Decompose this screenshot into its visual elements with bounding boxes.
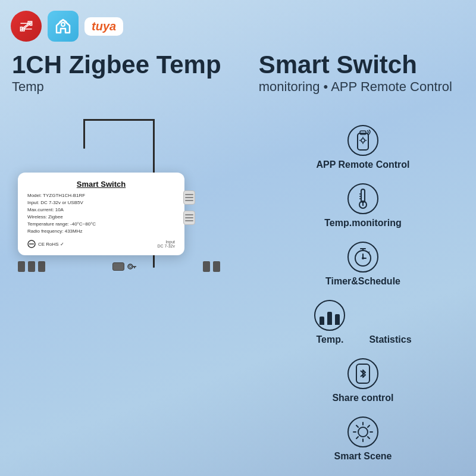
device-wireless: Wireless: Zigbee — [27, 214, 175, 221]
bar-1 — [320, 317, 324, 325]
logo-bar: tuya — [11, 11, 123, 42]
device-bottom: CE RoHS ✓ Input DC 7-32v — [27, 240, 175, 248]
cert-text: CE RoHS ✓ — [38, 242, 64, 247]
wire-container-top — [18, 119, 220, 149]
device-section: Smart Switch Model: TYZGTH1CH-B1RF Input… — [18, 119, 220, 272]
timer-icon — [352, 246, 374, 268]
feature-timer-label: Timer&Schedule — [325, 276, 400, 287]
svg-line-26 — [368, 252, 369, 253]
title-left: 1CH Zigbee Temp Temp — [12, 51, 221, 95]
svg-point-25 — [362, 257, 364, 259]
device-radio: Radio frequency: 433MHz — [27, 228, 175, 235]
svg-point-9 — [361, 139, 365, 142]
feature-app-remote-label: APP Remote Control — [316, 159, 409, 170]
chart-spacer — [375, 300, 406, 331]
bar-2 — [327, 312, 332, 325]
input-voltage-label: Input DC 7-32v — [157, 240, 175, 248]
svg-rect-14 — [361, 189, 365, 202]
thermometer-icon — [356, 188, 370, 209]
knob-2 — [183, 211, 195, 225]
pin-1 — [18, 261, 25, 272]
device-specs: Model: TYZGTH1CH-B1RF Input: DC 7-32v or… — [27, 192, 175, 235]
device-input: Input: DC 7-32v or USB5V — [27, 199, 175, 206]
svg-rect-7 — [358, 133, 368, 150]
pin-2 — [28, 261, 35, 272]
feature-temp-monitoring: Temp.monitoring — [268, 183, 458, 228]
device-box: Smart Switch Model: TYZGTH1CH-B1RF Input… — [18, 173, 184, 255]
wire-left-vertical — [83, 119, 85, 149]
tuya-text: tuya — [92, 20, 116, 33]
stats-col-right: Statistics — [369, 300, 411, 345]
svg-point-0 — [61, 23, 65, 26]
mid-component — [112, 262, 136, 271]
feature-scene-label: Smart Scene — [334, 451, 392, 462]
title-line1-right: Smart Switch — [259, 51, 452, 79]
key-icon — [127, 262, 136, 271]
wire-horizontal — [83, 119, 155, 121]
bluetooth-icon-circle — [347, 358, 378, 389]
feature-scene: Smart Scene — [268, 416, 458, 462]
title-right: Smart Switch monitoring • APP Remote Con… — [259, 51, 452, 95]
device-temp-range: Temperature range: -40°C~80°C — [27, 221, 175, 228]
timer-icon-circle — [347, 242, 378, 273]
device-model: Model: TYZGTH1CH-B1RF — [27, 192, 175, 199]
title-line1-left: 1CH Zigbee Temp — [12, 51, 221, 79]
svg-line-36 — [356, 437, 358, 439]
title-line2-right: monitoring • APP Remote Control — [259, 79, 452, 95]
remote-icon — [354, 130, 372, 151]
pin-group-left — [18, 261, 45, 272]
svg-point-28 — [358, 427, 368, 437]
device-knobs — [183, 190, 195, 225]
pin-5 — [213, 261, 220, 272]
thermometer-icon-circle — [347, 183, 378, 214]
feature-temp-monitoring-label: Temp.monitoring — [324, 218, 401, 228]
remote-icon-circle — [347, 125, 378, 156]
feature-statistics: Temp. Statistics — [268, 300, 458, 345]
tuya-logo: tuya — [84, 17, 123, 36]
svg-point-3 — [128, 264, 133, 269]
knob-1 — [183, 190, 195, 205]
feature-statistics-label: Statistics — [369, 334, 411, 345]
device-pins — [18, 261, 220, 272]
svg-line-33 — [356, 425, 358, 427]
bluetooth-icon — [354, 363, 372, 384]
svg-line-34 — [368, 437, 369, 439]
pin-group-right — [203, 261, 220, 272]
chart-icon-circle — [314, 300, 345, 331]
title-line2-left: Temp — [12, 79, 221, 95]
feature-timer: Timer&Schedule — [268, 242, 458, 287]
zigbee-logo — [11, 11, 42, 42]
feature-app-remote: APP Remote Control — [268, 125, 458, 170]
stats-col-left: Temp. — [314, 300, 345, 345]
bar-3 — [335, 314, 340, 325]
pin-3 — [38, 261, 45, 272]
feature-share: Share control — [268, 358, 458, 403]
component-box — [112, 262, 124, 271]
scene-icon-circle — [347, 416, 378, 447]
scene-icon — [350, 419, 375, 444]
smart-home-logo — [48, 11, 79, 42]
features-section: APP Remote Control Temp.monitoring — [268, 125, 458, 462]
feature-temp-label: Temp. — [316, 334, 343, 345]
device-current: Max.current: 10A — [27, 206, 175, 214]
device-title: Smart Switch — [27, 180, 175, 189]
cert-row: CE RoHS ✓ — [27, 240, 64, 248]
svg-point-4 — [129, 265, 131, 268]
pin-4 — [203, 261, 210, 272]
no-entry-icon — [27, 240, 36, 248]
feature-share-label: Share control — [332, 393, 393, 403]
svg-line-35 — [368, 425, 369, 427]
